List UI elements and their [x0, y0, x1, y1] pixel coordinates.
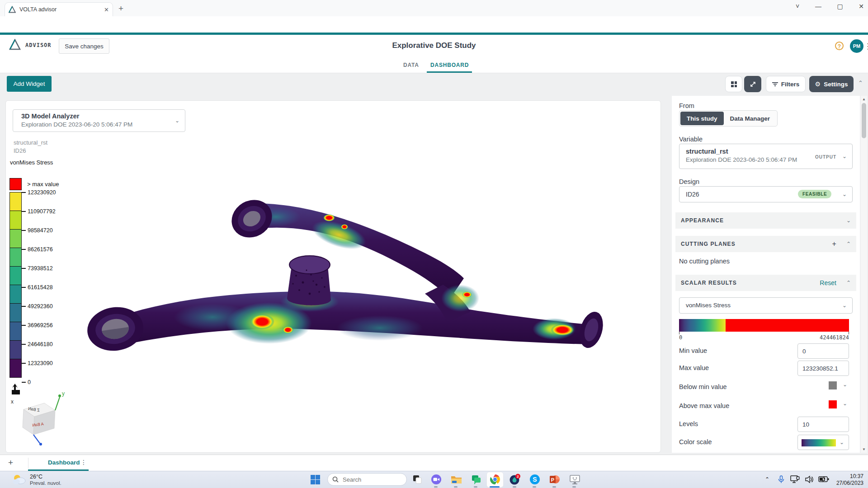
running-app-indicator — [513, 486, 516, 488]
tab-dashboard[interactable]: DASHBOARD — [430, 62, 469, 68]
search-icon — [332, 476, 339, 483]
levels-input[interactable] — [797, 417, 849, 432]
fullscreen-button[interactable] — [744, 76, 761, 92]
min-value-input[interactable] — [797, 343, 849, 359]
clock-date: 27/06/2023 — [835, 480, 863, 487]
running-app-indicator — [533, 486, 536, 488]
new-tab-button[interactable]: + — [118, 4, 123, 14]
battery-charging-icon[interactable] — [818, 476, 829, 483]
taskbar-search[interactable] — [327, 473, 407, 486]
chevron-down-icon: ⌄ — [840, 439, 844, 446]
widget-selector-dropdown[interactable]: 3D Model Analyzer Exploration DOE 2023-0… — [13, 109, 185, 132]
dashboard-tab-kebab-icon[interactable]: ⋮ — [80, 459, 87, 466]
remote-desktop-button[interactable] — [569, 474, 580, 485]
color-scale-label: Color scale — [679, 438, 712, 446]
dashboard-tab-bar: + Dashboard ⋮ — [0, 455, 868, 471]
screen: VOLTA advisor ✕ + ˅ — ▢ ✕ ← → ⟳ ⚠ Not se… — [0, 0, 868, 488]
chevron-up-icon[interactable]: ⌃ — [846, 280, 851, 286]
gear-icon: ⚙ — [815, 80, 821, 88]
panel-collapse-chevron-icon[interactable]: ⌃ — [858, 80, 863, 86]
variable-select[interactable]: structural_rst Exploration DOE 2023-06-2… — [679, 144, 853, 169]
scrollbar-up-arrow[interactable]: ▲ — [861, 97, 867, 101]
layout-grid-button[interactable] — [725, 76, 742, 92]
panel-scrollbar[interactable]: ▲ ▼ — [861, 96, 867, 453]
chrome-active-indicator — [490, 486, 500, 488]
from-option-this-study[interactable]: This study — [680, 112, 724, 125]
y-axis-label: y — [62, 390, 65, 397]
add-cutting-plane-icon[interactable]: + — [832, 240, 836, 248]
start-button[interactable] — [309, 474, 321, 485]
grid-icon — [731, 81, 737, 88]
weather-temperature[interactable]: 26°C — [30, 474, 42, 480]
weather-description[interactable]: Preval. nuvol. — [30, 480, 61, 486]
task-view-button[interactable] — [411, 474, 423, 485]
chevron-up-icon[interactable]: ⌃ — [846, 241, 851, 247]
legend-segment — [9, 303, 22, 322]
chrome-button[interactable] — [489, 474, 501, 485]
user-avatar[interactable]: PM — [850, 39, 863, 53]
scalar-results-title: SCALAR RESULTS — [681, 280, 820, 286]
settings-button[interactable]: ⚙ Settings — [809, 76, 854, 92]
color-scale-swatch — [802, 439, 836, 446]
notification-app-button[interactable]: 2 — [509, 474, 521, 485]
max-value-input[interactable] — [797, 361, 849, 376]
section-appearance[interactable]: APPEARANCE ⌄ — [675, 212, 856, 229]
add-dashboard-tab-button[interactable]: + — [8, 458, 13, 468]
section-cutting-planes[interactable]: CUTTING PLANES + ⌃ — [675, 236, 856, 252]
legend-above-max-swatch — [9, 178, 22, 190]
weather-icon[interactable] — [12, 473, 27, 486]
reset-link[interactable]: Reset — [820, 279, 836, 286]
variable-label: Variable — [679, 136, 703, 143]
video-chat-app-button[interactable] — [430, 474, 442, 485]
tray-expand-chevron-icon[interactable]: ⌃ — [765, 476, 769, 483]
window-maximize-button[interactable]: ▢ — [833, 3, 847, 10]
network-icon[interactable] — [790, 475, 800, 483]
volta-favicon — [9, 6, 16, 13]
add-widget-button[interactable]: Add Widget — [7, 76, 52, 92]
speaker-icon[interactable] — [805, 475, 814, 483]
chat-app-button[interactable] — [470, 474, 482, 485]
chevron-down-icon[interactable]: ⌄ — [846, 217, 851, 224]
tab-close-icon[interactable]: ✕ — [104, 6, 109, 13]
save-changes-button[interactable]: Save changes — [59, 38, 109, 54]
from-option-data-manager[interactable]: Data Manager — [724, 112, 777, 125]
color-scale-select[interactable]: ⌄ — [797, 435, 849, 450]
window-minimize-button[interactable]: — — [811, 3, 825, 10]
feasible-badge: FEASIBLE — [798, 190, 831, 198]
orientation-cube[interactable]: Z BaN A BaN y x — [9, 382, 72, 450]
stress-hot-zone — [441, 285, 479, 312]
chevron-down-icon[interactable]: ⌄ — [843, 381, 847, 388]
scrollbar-down-arrow[interactable]: ▼ — [861, 447, 867, 451]
below-min-color-swatch[interactable] — [829, 381, 837, 389]
microphone-icon[interactable] — [778, 475, 785, 483]
stress-model-3d-view[interactable] — [63, 149, 615, 411]
reset-view-icon[interactable] — [12, 384, 20, 394]
taskbar-clock[interactable]: 10:37 27/06/2023 — [835, 473, 863, 487]
browser-tab[interactable]: VOLTA advisor ✕ — [5, 2, 113, 16]
search-input[interactable] — [342, 476, 398, 483]
section-scalar-results[interactable]: SCALAR RESULTS Reset ⌃ — [675, 275, 856, 291]
tab-search-icon[interactable]: ˅ — [791, 3, 804, 10]
scalar-gradient-bar[interactable] — [679, 319, 849, 332]
window-close-button[interactable]: ✕ — [854, 3, 868, 10]
filters-button[interactable]: Filters — [766, 76, 806, 92]
file-explorer-button[interactable] — [450, 474, 462, 485]
powerpoint-button[interactable]: P — [549, 474, 561, 485]
scalar-select[interactable]: vonMises Stress ⌄ — [679, 297, 853, 314]
design-select[interactable]: ID26 FEASIBLE ⌄ — [679, 186, 853, 202]
tab-data[interactable]: DATA — [403, 62, 419, 68]
stress-wash — [337, 315, 423, 341]
skype-button[interactable]: S — [529, 474, 541, 485]
min-value-label: Min value — [679, 347, 707, 354]
help-icon[interactable]: ? — [835, 42, 844, 50]
windows-logo-icon — [311, 475, 320, 484]
app-header: ADVISOR Save changes Explorative DOE Stu… — [0, 35, 868, 58]
header-menu-kebab-icon[interactable]: ⋮ — [864, 42, 868, 51]
monitor-app-icon — [569, 474, 580, 485]
legend-boundary: 12323090 — [22, 360, 53, 366]
dashboard-bottom-tab[interactable]: Dashboard ⋮ — [37, 455, 89, 471]
above-max-color-swatch[interactable] — [829, 400, 837, 408]
chevron-down-icon: ⌄ — [842, 153, 847, 160]
chevron-down-icon[interactable]: ⌄ — [843, 400, 847, 407]
scrollbar-thumb[interactable] — [862, 103, 866, 138]
